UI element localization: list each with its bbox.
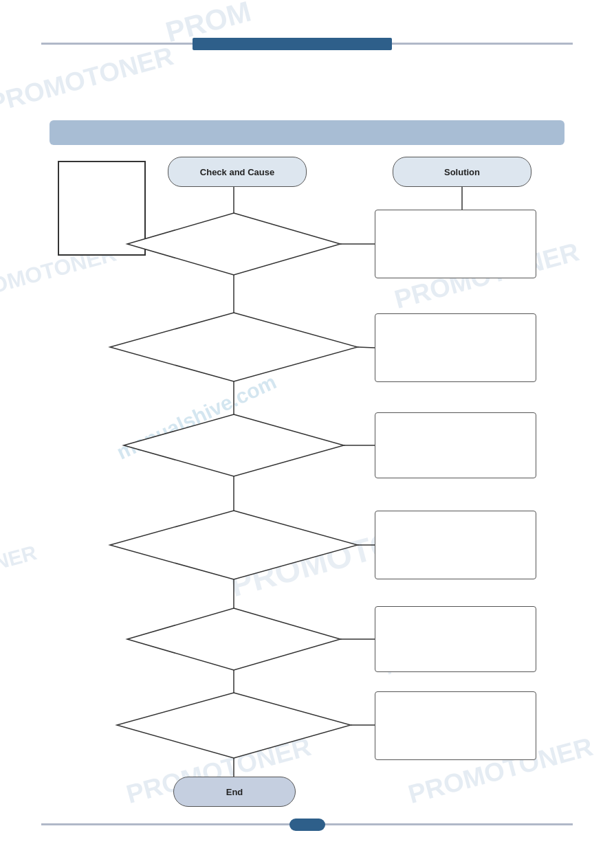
- solution-box-4: [375, 511, 536, 579]
- solution-box-6: [375, 691, 536, 760]
- watermark-6: TONER: [0, 541, 39, 582]
- watermark-2: PROMOTONER: [0, 41, 177, 119]
- solution-box-1: [375, 210, 536, 278]
- end-label: End: [173, 777, 296, 807]
- solution-box-5: [375, 606, 536, 672]
- check-and-cause-label: Check and Cause: [168, 157, 307, 187]
- solution-label: Solution: [393, 157, 531, 187]
- svg-marker-3: [110, 511, 358, 579]
- solution-box-2: [375, 313, 536, 382]
- svg-line-9: [358, 347, 375, 348]
- svg-marker-1: [110, 313, 358, 381]
- svg-marker-2: [124, 414, 344, 476]
- svg-marker-4: [127, 608, 340, 670]
- svg-marker-0: [127, 213, 340, 275]
- section-header: [50, 120, 564, 145]
- svg-marker-5: [117, 693, 351, 758]
- watermark-manualshive: manualshive.com: [113, 370, 281, 464]
- footer-dot: [289, 819, 325, 831]
- header-bar-center: [193, 38, 392, 50]
- solution-box-3: [375, 412, 536, 478]
- image-placeholder: [58, 161, 146, 256]
